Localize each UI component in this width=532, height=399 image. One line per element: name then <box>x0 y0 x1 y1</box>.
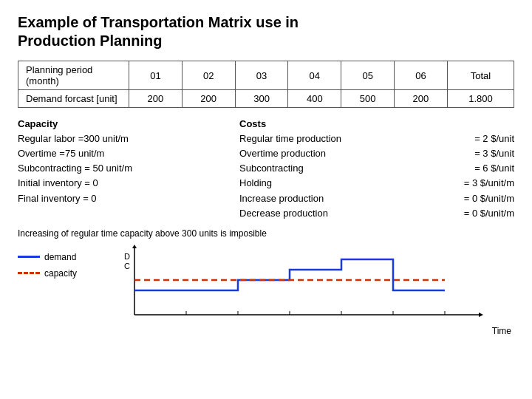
col-header-01: 01 <box>129 61 183 90</box>
svg-text:C: C <box>124 262 130 270</box>
capacity-item-1: Overtime =75 unit/m <box>18 146 239 161</box>
capacity-section: Capacity Regular labor =300 unit/m Overt… <box>18 118 239 221</box>
chart-svg: D C <box>84 245 514 326</box>
svg-text:D: D <box>124 252 130 261</box>
cell-02: 200 <box>182 90 235 108</box>
cell-04: 400 <box>288 90 341 108</box>
demand-line-icon <box>18 256 40 258</box>
chart-area: demand capacity D C <box>18 245 514 326</box>
cell-03: 300 <box>235 90 288 108</box>
cell-06: 200 <box>395 90 448 108</box>
svg-marker-5 <box>132 245 137 248</box>
legend-demand: demand <box>18 252 77 262</box>
cell-01: 200 <box>129 90 183 108</box>
cell-total: 1.800 <box>447 90 514 108</box>
cost-row-0: Regular time production = 2 $/unit <box>239 132 514 146</box>
col-header-05: 05 <box>341 61 395 90</box>
planning-table: Planning period (month) 01 02 03 04 05 0… <box>18 61 514 108</box>
info-section: Capacity Regular labor =300 unit/m Overt… <box>18 118 514 221</box>
col-header-total: Total <box>447 61 514 90</box>
capacity-line-icon <box>18 272 40 274</box>
capacity-title: Capacity <box>18 118 239 129</box>
note-line: Increasing of regular time capacity abov… <box>18 228 514 239</box>
col-header-06: 06 <box>395 61 448 90</box>
chart-legend: demand capacity <box>18 252 77 279</box>
page-title: Example of Transportation Matrix use in … <box>18 13 514 50</box>
legend-capacity-label: capacity <box>44 268 77 279</box>
cell-05: 500 <box>341 90 395 108</box>
cost-row-4: Increase production = 0 $/unit/m <box>239 191 514 206</box>
capacity-item-2: Subcontracting = 50 unit/m <box>18 161 239 176</box>
time-label: Time <box>18 326 511 336</box>
cost-row-5: Decrease production = 0 $/unit/m <box>239 206 514 221</box>
col-header-label: Planning period (month) <box>18 61 129 90</box>
capacity-item-4: Final inventory = 0 <box>18 191 239 206</box>
cost-row-1: Overtime production = 3 $/unit <box>239 146 514 161</box>
svg-marker-4 <box>479 313 483 317</box>
legend-capacity: capacity <box>18 268 77 279</box>
row-label: Demand forcast [unit] <box>18 90 129 108</box>
cost-row-2: Subcontracting = 6 $/unit <box>239 161 514 176</box>
capacity-item-0: Regular labor =300 unit/m <box>18 132 239 146</box>
legend-demand-label: demand <box>44 252 76 262</box>
col-header-02: 02 <box>182 61 235 90</box>
capacity-item-3: Initial inventory = 0 <box>18 176 239 191</box>
col-header-04: 04 <box>288 61 341 90</box>
col-header-03: 03 <box>235 61 288 90</box>
table-row: Demand forcast [unit] 200 200 300 400 50… <box>18 90 514 108</box>
cost-row-3: Holding = 3 $/unit/m <box>239 176 514 191</box>
costs-section: Costs Regular time production = 2 $/unit… <box>239 118 514 221</box>
costs-title: Costs <box>239 118 514 129</box>
